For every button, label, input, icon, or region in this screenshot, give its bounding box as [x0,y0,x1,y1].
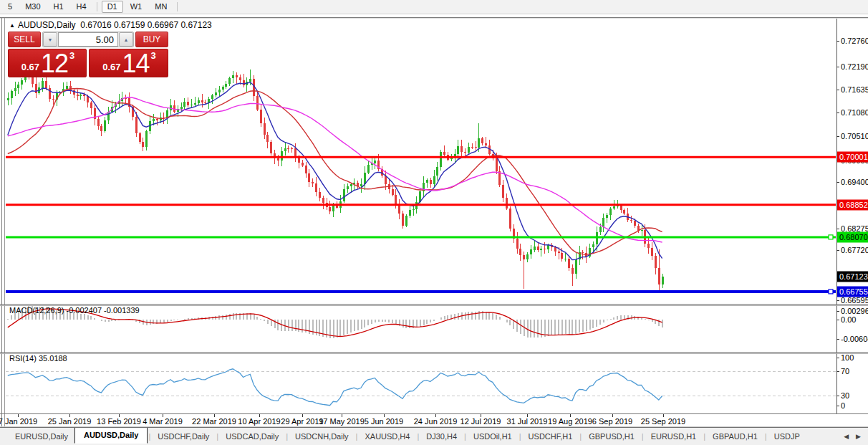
mt4-terminal: { "toolbar": { "timeframes": ["5","M30",… [0,0,868,445]
volume-decrease-button[interactable]: ▼ [43,32,57,47]
rsi-label: RSI(14) 35.0188 [9,354,67,363]
date-tick-label: 31 Jul 2019 [507,417,548,426]
tabs-scroll-left-icon[interactable]: ◀ [844,433,849,440]
timeframe-toolbar: 5M30H1H4D1W1MN [0,0,868,14]
indicator-axis-tick: 0.002968 [841,307,868,315]
indicator-axis-tick: 30 [841,391,849,400]
price-axis-tick: 0.72760 [841,37,868,45]
hline-handle[interactable] [829,290,833,294]
moving-averages [8,82,662,260]
tab-navigation: ◀ ▶ [836,433,868,440]
date-tick-label: 22 Mar 2019 [192,417,236,426]
price-badge-0.68070: 0.68070 [837,232,868,243]
date-tick-label: 24 Jun 2019 [414,417,458,426]
sell-price-base: 0.67 [21,62,39,72]
price-badge-0.67123: 0.67123 [837,272,868,282]
one-click-trading-panel: SELL ▼ 5.00 ▲ BUY 0.67 12 3 0.67 14 3 [8,32,168,77]
window-borders [0,18,868,427]
chart-ohlc-values: 0.67016 0.67159 0.66967 0.67123 [80,20,212,30]
toolbar-separator [177,2,178,11]
chart-tab-USDCHF-H1[interactable]: USDCHF,H1 [522,430,579,443]
date-tick-label: 17 May 2019 [319,417,365,426]
date-tick-label: 6 Sep 2019 [592,417,632,426]
date-tick-label: 13 Feb 2019 [97,417,141,426]
chart-tab-USDCHF-Daily[interactable]: USDCHF,Daily [151,430,216,443]
chart-title: ▲AUDUSD,Daily 0.67016 0.67159 0.66967 0.… [9,20,212,30]
price-badge-0.66755: 0.66755 [837,287,868,297]
date-tick-label: 4 Mar 2019 [143,417,183,426]
trade-controls-row: SELL ▼ 5.00 ▲ BUY [8,32,168,47]
timeframe-button-D1[interactable]: D1 [102,1,123,13]
chart-tabs: EURUSD,DailyAUDUSD,Daily|USDCHF,Daily|US… [0,428,806,445]
buy-price-big-digits: 14 [122,52,150,76]
price-badge-0.70001: 0.70001 [837,152,868,163]
price-axis-tick: 0.69400 [841,178,868,186]
buy-button[interactable]: BUY [135,32,168,47]
chart-tab-bar: EURUSD,DailyAUDUSD,Daily|USDCHF,Daily|US… [0,427,868,445]
sell-button[interactable]: SELL [8,32,41,47]
timeframe-buttons: 5M30H1H4D1W1MN [0,1,181,13]
price-axis-tick: 0.67720 [841,246,868,254]
date-tick-label: 29 Apr 2019 [281,417,323,426]
horizontal-object-lines[interactable] [6,157,836,294]
date-tick-label: 10 Apr 2019 [238,417,280,426]
date-tick-label: 25 Jan 2019 [48,417,92,426]
sell-price-button[interactable]: 0.67 12 3 [8,49,87,77]
chart-tab-GBPUSD-H1[interactable]: GBPUSD,H1 [582,430,641,443]
chart-tab-GBPAUD-H1[interactable]: GBPAUD,H1 [706,430,764,443]
buy-price-button[interactable]: 0.67 14 3 [89,49,168,77]
timeframe-button-M30[interactable]: M30 [19,1,46,13]
price-axis-tick: 0.66595 [841,296,868,305]
tabs-scroll-right-icon[interactable]: ▶ [856,433,861,440]
chart-tab-EURUSD-H1[interactable]: EURUSD,H1 [645,430,703,443]
macd-label: MACD(12,26,9) -0.002407 -0.001339 [9,306,140,315]
price-axis-tick: 0.70510 [841,132,868,140]
timeframe-button-5[interactable]: 5 [2,1,18,13]
volume-spinner: ▼ 5.00 ▲ [42,32,134,47]
chart-tab-AUDUSD-Daily[interactable]: AUDUSD,Daily [74,427,148,444]
chart-tab-USDOil-H1[interactable]: USDOil,H1 [467,430,519,443]
timeframe-button-MN[interactable]: MN [149,1,173,13]
chart-symbol-period: AUDUSD,Daily [18,20,76,30]
timeframe-button-H1[interactable]: H1 [48,1,69,13]
indicator-axis-tick: 100 [841,353,854,362]
price-axis-tick: 0.71635 [841,85,868,94]
collapse-triangle-icon[interactable]: ▲ [9,22,15,29]
sell-price-big-digits: 12 [41,52,68,76]
indicator-axis-tick: 70 [841,367,849,375]
price-badge-0.68852: 0.68852 [837,200,868,211]
date-tick-label: 5 Jun 2019 [365,417,403,426]
buy-price-base: 0.67 [102,62,120,72]
chart-tab-XAUUSD-H4[interactable]: XAUUSD,H4 [358,430,416,443]
indicator-axis-tick: -0.006047 [841,335,868,343]
chart-tab-EURUSD-Daily[interactable]: EURUSD,Daily [9,430,74,443]
hline-handle[interactable] [829,235,833,239]
price-axis-tick: 0.72190 [841,62,868,71]
date-tick-label: 12 Jul 2019 [460,417,501,426]
chart-tab-USDCNH-Daily[interactable]: USDCNH,Daily [289,430,355,443]
trade-prices-row: 0.67 12 3 0.67 14 3 [8,49,168,77]
candles [7,70,664,293]
chart-tab-DJ30-H4[interactable]: DJ30,H4 [420,430,463,443]
indicator-axis-tick: 0 [841,401,845,410]
axis-tick-marks [19,42,840,418]
toolbar-separator [97,2,97,11]
timeframe-button-H4[interactable]: H4 [71,1,92,13]
rsi-indicator [6,369,836,406]
indicator-axis-tick: 0.00 [841,315,856,324]
date-tick-label: 25 Sep 2019 [641,417,685,426]
price-axis-tick: 0.71080 [841,108,868,117]
chart-tab-USDJP[interactable]: USDJP [768,430,806,443]
date-tick-label: 19 Aug 2019 [548,417,592,426]
date-tick-label: 7 Jan 2019 [0,417,37,426]
buy-price-pip-sup: 3 [151,50,156,61]
volume-increase-button[interactable]: ▲ [119,32,133,47]
timeframe-button-W1[interactable]: W1 [125,1,148,13]
volume-input[interactable]: 5.00 [58,32,118,47]
sell-price-pip-sup: 3 [69,50,74,61]
chart-tab-USDCAD-Daily[interactable]: USDCAD,Daily [219,430,285,443]
